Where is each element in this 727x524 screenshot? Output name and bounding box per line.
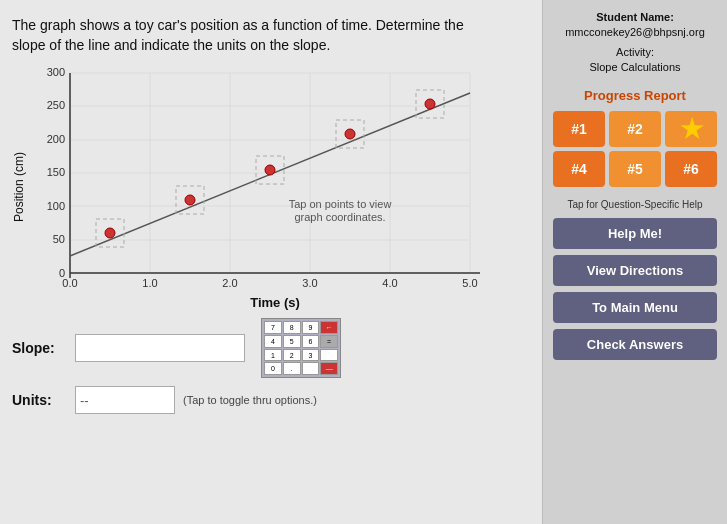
student-info: Student Name: mmcconekey26@bhpsnj.org Ac… — [553, 10, 717, 76]
progress-item-6[interactable]: #6 — [665, 151, 717, 187]
key-0[interactable]: 0 — [264, 362, 282, 375]
key-1[interactable]: 1 — [264, 349, 282, 362]
key-7[interactable]: 7 — [264, 321, 282, 334]
svg-text:3.0: 3.0 — [302, 277, 317, 289]
chart-svg[interactable]: 0 50 100 150 200 250 300 0.0 1.0 2.0 3.0… — [30, 63, 490, 293]
activity-label-text: Activity: — [553, 45, 717, 60]
progress-item-2[interactable]: #2 — [609, 111, 661, 147]
inputs-area: Slope: 7 8 9 ← 4 5 6 = 1 2 3 0 . — [12, 318, 530, 414]
key-4[interactable]: 4 — [264, 335, 282, 348]
svg-text:150: 150 — [47, 166, 65, 178]
sidebar: Student Name: mmcconekey26@bhpsnj.org Ac… — [542, 0, 727, 524]
svg-text:200: 200 — [47, 133, 65, 145]
chart-container: Position (cm) — [12, 63, 530, 310]
svg-text:Tap on points to view: Tap on points to view — [289, 198, 392, 210]
slope-input[interactable] — [75, 334, 245, 362]
svg-text:5.0: 5.0 — [462, 277, 477, 289]
toggle-hint: (Tap to toggle thru options.) — [183, 394, 317, 406]
problem-text: The graph shows a toy car's position as … — [12, 16, 492, 55]
key-dot[interactable]: . — [283, 362, 301, 375]
chart-wrap: 0 50 100 150 200 250 300 0.0 1.0 2.0 3.0… — [30, 63, 490, 310]
units-label: Units: — [12, 392, 67, 408]
key-back[interactable]: ← — [320, 321, 338, 334]
key-empty — [320, 349, 338, 362]
progress-title: Progress Report — [553, 88, 717, 103]
key-8[interactable]: 8 — [283, 321, 301, 334]
check-answers-button[interactable]: Check Answers — [553, 329, 717, 360]
activity-name: Slope Calculations — [553, 60, 717, 75]
key-5[interactable]: 5 — [283, 335, 301, 348]
main-menu-button[interactable]: To Main Menu — [553, 292, 717, 323]
svg-text:300: 300 — [47, 66, 65, 78]
key-eq[interactable]: = — [320, 335, 338, 348]
keypad-area: 7 8 9 ← 4 5 6 = 1 2 3 0 . — — [261, 318, 341, 378]
tap-help-text: Tap for Question-Specific Help — [553, 199, 717, 210]
data-point-3[interactable] — [265, 165, 275, 175]
units-row: Units: (Tap to toggle thru options.) — [12, 386, 530, 414]
key-empty2 — [302, 362, 320, 375]
progress-item-1[interactable]: #1 — [553, 111, 605, 147]
svg-text:50: 50 — [53, 233, 65, 245]
star-icon: ★ — [680, 116, 703, 142]
keypad-mini[interactable]: 7 8 9 ← 4 5 6 = 1 2 3 0 . — — [261, 318, 341, 378]
y-axis-label: Position (cm) — [12, 152, 26, 222]
svg-text:250: 250 — [47, 99, 65, 111]
key-3[interactable]: 3 — [302, 349, 320, 362]
key-9[interactable]: 9 — [302, 321, 320, 334]
progress-item-5[interactable]: #5 — [609, 151, 661, 187]
student-name-label: Student Name: — [553, 10, 717, 25]
svg-text:4.0: 4.0 — [382, 277, 397, 289]
key-neg[interactable]: — — [320, 362, 338, 375]
svg-text:0.0: 0.0 — [62, 277, 77, 289]
data-point-2[interactable] — [185, 195, 195, 205]
svg-text:graph coordinates.: graph coordinates. — [294, 211, 385, 223]
svg-text:2.0: 2.0 — [222, 277, 237, 289]
slope-label: Slope: — [12, 340, 67, 356]
svg-text:100: 100 — [47, 200, 65, 212]
units-input[interactable] — [75, 386, 175, 414]
x-axis-label: Time (s) — [60, 295, 490, 310]
main-content: The graph shows a toy car's position as … — [0, 0, 542, 524]
key-6[interactable]: 6 — [302, 335, 320, 348]
data-point-5[interactable] — [425, 99, 435, 109]
data-point-4[interactable] — [345, 129, 355, 139]
progress-item-3[interactable]: ★ — [665, 111, 717, 147]
key-2[interactable]: 2 — [283, 349, 301, 362]
data-point-1[interactable] — [105, 228, 115, 238]
help-button[interactable]: Help Me! — [553, 218, 717, 249]
progress-item-4[interactable]: #4 — [553, 151, 605, 187]
view-directions-button[interactable]: View Directions — [553, 255, 717, 286]
slope-row: Slope: 7 8 9 ← 4 5 6 = 1 2 3 0 . — [12, 318, 530, 378]
svg-text:1.0: 1.0 — [142, 277, 157, 289]
student-email: mmcconekey26@bhpsnj.org — [553, 25, 717, 40]
progress-grid: #1 #2 ★ #4 #5 #6 — [553, 111, 717, 187]
